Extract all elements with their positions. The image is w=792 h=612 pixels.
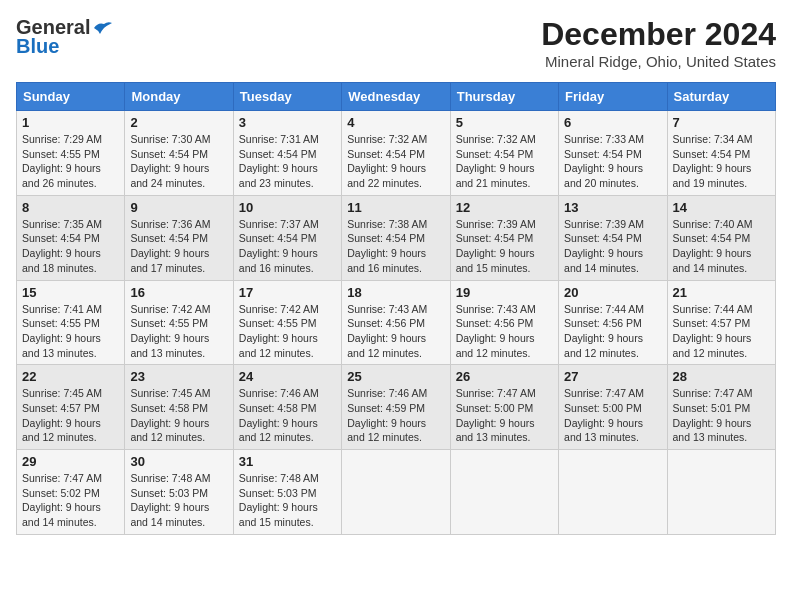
calendar-cell: 7Sunrise: 7:34 AMSunset: 4:54 PMDaylight… <box>667 111 775 196</box>
day-info: Sunrise: 7:36 AMSunset: 4:54 PMDaylight:… <box>130 217 227 276</box>
logo: General Blue <box>16 16 114 58</box>
calendar-cell: 5Sunrise: 7:32 AMSunset: 4:54 PMDaylight… <box>450 111 558 196</box>
day-info: Sunrise: 7:46 AMSunset: 4:58 PMDaylight:… <box>239 386 336 445</box>
day-number: 27 <box>564 369 661 384</box>
day-number: 25 <box>347 369 444 384</box>
day-info: Sunrise: 7:42 AMSunset: 4:55 PMDaylight:… <box>130 302 227 361</box>
calendar-cell: 29Sunrise: 7:47 AMSunset: 5:02 PMDayligh… <box>17 450 125 535</box>
calendar-header-friday: Friday <box>559 83 667 111</box>
calendar-cell <box>667 450 775 535</box>
day-number: 3 <box>239 115 336 130</box>
calendar-cell: 10Sunrise: 7:37 AMSunset: 4:54 PMDayligh… <box>233 195 341 280</box>
day-number: 29 <box>22 454 119 469</box>
day-info: Sunrise: 7:42 AMSunset: 4:55 PMDaylight:… <box>239 302 336 361</box>
day-number: 23 <box>130 369 227 384</box>
day-info: Sunrise: 7:38 AMSunset: 4:54 PMDaylight:… <box>347 217 444 276</box>
title-area: December 2024 Mineral Ridge, Ohio, Unite… <box>541 16 776 70</box>
day-number: 26 <box>456 369 553 384</box>
calendar-cell: 19Sunrise: 7:43 AMSunset: 4:56 PMDayligh… <box>450 280 558 365</box>
day-info: Sunrise: 7:35 AMSunset: 4:54 PMDaylight:… <box>22 217 119 276</box>
day-info: Sunrise: 7:32 AMSunset: 4:54 PMDaylight:… <box>347 132 444 191</box>
logo-blue: Blue <box>16 35 59 58</box>
calendar-cell: 2Sunrise: 7:30 AMSunset: 4:54 PMDaylight… <box>125 111 233 196</box>
calendar-cell <box>559 450 667 535</box>
calendar-week-row: 22Sunrise: 7:45 AMSunset: 4:57 PMDayligh… <box>17 365 776 450</box>
day-info: Sunrise: 7:40 AMSunset: 4:54 PMDaylight:… <box>673 217 770 276</box>
calendar-cell: 9Sunrise: 7:36 AMSunset: 4:54 PMDaylight… <box>125 195 233 280</box>
day-number: 1 <box>22 115 119 130</box>
calendar-cell <box>450 450 558 535</box>
calendar-cell: 20Sunrise: 7:44 AMSunset: 4:56 PMDayligh… <box>559 280 667 365</box>
day-info: Sunrise: 7:48 AMSunset: 5:03 PMDaylight:… <box>239 471 336 530</box>
calendar-cell: 15Sunrise: 7:41 AMSunset: 4:55 PMDayligh… <box>17 280 125 365</box>
page-header: General Blue December 2024 Mineral Ridge… <box>16 16 776 70</box>
day-info: Sunrise: 7:43 AMSunset: 4:56 PMDaylight:… <box>456 302 553 361</box>
calendar-header-saturday: Saturday <box>667 83 775 111</box>
day-info: Sunrise: 7:45 AMSunset: 4:57 PMDaylight:… <box>22 386 119 445</box>
calendar-week-row: 1Sunrise: 7:29 AMSunset: 4:55 PMDaylight… <box>17 111 776 196</box>
day-info: Sunrise: 7:47 AMSunset: 5:01 PMDaylight:… <box>673 386 770 445</box>
calendar-cell: 21Sunrise: 7:44 AMSunset: 4:57 PMDayligh… <box>667 280 775 365</box>
day-info: Sunrise: 7:33 AMSunset: 4:54 PMDaylight:… <box>564 132 661 191</box>
calendar-cell: 27Sunrise: 7:47 AMSunset: 5:00 PMDayligh… <box>559 365 667 450</box>
day-number: 9 <box>130 200 227 215</box>
calendar-header-sunday: Sunday <box>17 83 125 111</box>
day-info: Sunrise: 7:46 AMSunset: 4:59 PMDaylight:… <box>347 386 444 445</box>
calendar-cell: 16Sunrise: 7:42 AMSunset: 4:55 PMDayligh… <box>125 280 233 365</box>
calendar-cell: 30Sunrise: 7:48 AMSunset: 5:03 PMDayligh… <box>125 450 233 535</box>
calendar-header-thursday: Thursday <box>450 83 558 111</box>
day-info: Sunrise: 7:47 AMSunset: 5:02 PMDaylight:… <box>22 471 119 530</box>
day-number: 6 <box>564 115 661 130</box>
day-number: 31 <box>239 454 336 469</box>
day-info: Sunrise: 7:31 AMSunset: 4:54 PMDaylight:… <box>239 132 336 191</box>
day-number: 20 <box>564 285 661 300</box>
day-number: 18 <box>347 285 444 300</box>
day-number: 30 <box>130 454 227 469</box>
day-info: Sunrise: 7:48 AMSunset: 5:03 PMDaylight:… <box>130 471 227 530</box>
logo-bird-icon <box>92 20 114 36</box>
calendar-cell: 11Sunrise: 7:38 AMSunset: 4:54 PMDayligh… <box>342 195 450 280</box>
calendar-week-row: 8Sunrise: 7:35 AMSunset: 4:54 PMDaylight… <box>17 195 776 280</box>
calendar-header-monday: Monday <box>125 83 233 111</box>
day-number: 10 <box>239 200 336 215</box>
day-info: Sunrise: 7:39 AMSunset: 4:54 PMDaylight:… <box>456 217 553 276</box>
calendar-week-row: 15Sunrise: 7:41 AMSunset: 4:55 PMDayligh… <box>17 280 776 365</box>
calendar-cell: 4Sunrise: 7:32 AMSunset: 4:54 PMDaylight… <box>342 111 450 196</box>
calendar-cell: 23Sunrise: 7:45 AMSunset: 4:58 PMDayligh… <box>125 365 233 450</box>
calendar-week-row: 29Sunrise: 7:47 AMSunset: 5:02 PMDayligh… <box>17 450 776 535</box>
calendar-cell: 22Sunrise: 7:45 AMSunset: 4:57 PMDayligh… <box>17 365 125 450</box>
calendar-cell: 13Sunrise: 7:39 AMSunset: 4:54 PMDayligh… <box>559 195 667 280</box>
day-number: 12 <box>456 200 553 215</box>
calendar-cell: 28Sunrise: 7:47 AMSunset: 5:01 PMDayligh… <box>667 365 775 450</box>
day-number: 22 <box>22 369 119 384</box>
day-info: Sunrise: 7:30 AMSunset: 4:54 PMDaylight:… <box>130 132 227 191</box>
calendar-cell: 12Sunrise: 7:39 AMSunset: 4:54 PMDayligh… <box>450 195 558 280</box>
day-number: 2 <box>130 115 227 130</box>
day-number: 11 <box>347 200 444 215</box>
calendar-cell: 6Sunrise: 7:33 AMSunset: 4:54 PMDaylight… <box>559 111 667 196</box>
calendar-cell: 3Sunrise: 7:31 AMSunset: 4:54 PMDaylight… <box>233 111 341 196</box>
day-info: Sunrise: 7:39 AMSunset: 4:54 PMDaylight:… <box>564 217 661 276</box>
calendar-body: 1Sunrise: 7:29 AMSunset: 4:55 PMDaylight… <box>17 111 776 535</box>
day-info: Sunrise: 7:43 AMSunset: 4:56 PMDaylight:… <box>347 302 444 361</box>
day-number: 21 <box>673 285 770 300</box>
calendar-cell: 17Sunrise: 7:42 AMSunset: 4:55 PMDayligh… <box>233 280 341 365</box>
day-number: 8 <box>22 200 119 215</box>
calendar-cell: 24Sunrise: 7:46 AMSunset: 4:58 PMDayligh… <box>233 365 341 450</box>
page-title: December 2024 <box>541 16 776 53</box>
day-info: Sunrise: 7:34 AMSunset: 4:54 PMDaylight:… <box>673 132 770 191</box>
day-number: 16 <box>130 285 227 300</box>
day-number: 5 <box>456 115 553 130</box>
day-info: Sunrise: 7:37 AMSunset: 4:54 PMDaylight:… <box>239 217 336 276</box>
day-info: Sunrise: 7:32 AMSunset: 4:54 PMDaylight:… <box>456 132 553 191</box>
calendar-header-row: SundayMondayTuesdayWednesdayThursdayFrid… <box>17 83 776 111</box>
day-number: 15 <box>22 285 119 300</box>
day-info: Sunrise: 7:44 AMSunset: 4:56 PMDaylight:… <box>564 302 661 361</box>
calendar-cell <box>342 450 450 535</box>
day-info: Sunrise: 7:29 AMSunset: 4:55 PMDaylight:… <box>22 132 119 191</box>
day-info: Sunrise: 7:47 AMSunset: 5:00 PMDaylight:… <box>564 386 661 445</box>
day-number: 19 <box>456 285 553 300</box>
day-number: 28 <box>673 369 770 384</box>
calendar-table: SundayMondayTuesdayWednesdayThursdayFrid… <box>16 82 776 535</box>
calendar-cell: 26Sunrise: 7:47 AMSunset: 5:00 PMDayligh… <box>450 365 558 450</box>
